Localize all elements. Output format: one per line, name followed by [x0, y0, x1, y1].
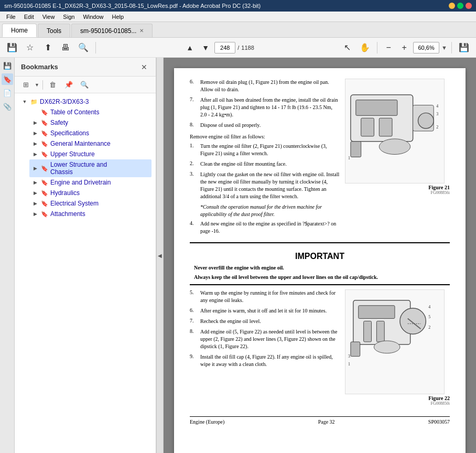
safety-toggle[interactable]: ▶ — [31, 119, 39, 126]
maximize-button[interactable] — [457, 3, 463, 9]
tab-close-icon[interactable]: ✕ — [139, 28, 144, 34]
menu-help[interactable]: Help — [108, 12, 128, 21]
warmup-step-8-num: 8. — [190, 328, 200, 350]
pdf-viewer[interactable]: 6. Remove oil drain plug (1, Figure 21) … — [164, 58, 476, 453]
bookmark-root: ▼ 📁 DX62R-3/DX63-3 ▶ 🔖 Table of Contents… — [15, 95, 156, 220]
electrical-toggle[interactable]: ▶ — [31, 200, 39, 207]
specs-bookmark-icon: 🔖 — [41, 130, 48, 137]
figure-22-code: FG008850i — [345, 401, 450, 406]
zoom-out-button[interactable]: − — [382, 41, 395, 55]
page-number-input[interactable] — [214, 42, 235, 53]
maint-toggle[interactable]: ▶ — [31, 140, 39, 147]
svg-text:4: 4 — [428, 305, 430, 309]
tab-tools[interactable]: Tools — [38, 24, 70, 37]
hand-tool-button[interactable]: ✋ — [357, 40, 373, 55]
rail-bookmarks-icon[interactable]: 🔖 — [2, 73, 13, 85]
root-toggle-icon[interactable]: ▼ — [21, 98, 28, 105]
page-next-button[interactable]: ▼ — [199, 41, 212, 55]
engine-bookmark-icon: 🔖 — [41, 179, 48, 186]
zoom-input[interactable] — [413, 42, 439, 53]
page-prev-button[interactable]: ▲ — [183, 41, 197, 55]
bookmark-item-engine[interactable]: ▶ 🔖 Engine and Drivetrain — [29, 177, 152, 188]
bookmark-item-lower-structure[interactable]: ▶ 🔖 Lower Structure andChassis — [29, 159, 152, 177]
lower-toggle[interactable]: ▶ — [31, 165, 39, 172]
zoom-in-button[interactable]: + — [397, 41, 411, 55]
filter-step-2-num: 2. — [190, 160, 200, 168]
tab-home[interactable]: Home — [2, 24, 37, 37]
bookmark-item-upper-structure[interactable]: ▶ 🔖 Upper Structure — [29, 149, 152, 159]
filter-step-3-num: 3. — [190, 171, 200, 200]
hydraulics-toggle[interactable]: ▶ — [31, 189, 39, 197]
step-8-text: Dispose of used oil properly. — [200, 122, 340, 129]
warmup-step-9: 9. Install the oil fill cap (4, Figure 2… — [190, 353, 340, 368]
bookmark-item-general-maintenance[interactable]: ▶ 🔖 General Maintenance — [29, 138, 152, 149]
rail-pages-icon[interactable]: 📄 — [2, 87, 13, 99]
search-bookmark-button[interactable]: 🔍 — [78, 79, 91, 91]
electrical-bookmark-icon: 🔖 — [41, 200, 48, 207]
expand-dropdown-icon[interactable]: ▼ — [35, 82, 39, 88]
pdf-footer: Engine (Europe) Page 32 SP003057 — [190, 416, 450, 425]
svg-rect-7 — [351, 142, 361, 157]
bookmark-item-safety[interactable]: ▶ 🔖 Safety — [29, 117, 152, 128]
svg-point-2 — [418, 113, 434, 128]
attachments-toggle[interactable]: ▶ — [31, 210, 39, 218]
svg-rect-18 — [376, 321, 384, 342]
safety-bookmark-icon: 🔖 — [41, 120, 48, 126]
delete-bookmark-button[interactable]: 🗑 — [46, 79, 60, 91]
collapse-arrow-icon: ◀ — [158, 253, 162, 258]
section-bottom: 5. Warm up the engine by running it for … — [190, 289, 450, 406]
share-button[interactable]: ⬆ — [40, 40, 56, 55]
menu-sign[interactable]: Sign — [59, 12, 79, 21]
title-bar: sm-950106-01085 E-1_DX62R-3_DX63-3_2015-… — [0, 0, 476, 12]
section-top: 6. Remove oil drain plug (1, Figure 21) … — [190, 79, 450, 238]
root-label: DX62R-3/DX63-3 — [40, 98, 89, 105]
specs-toggle[interactable]: ▶ — [31, 130, 39, 137]
icon-rail: 💾 🔖 📄 📎 — [0, 58, 15, 453]
attachments-label: Attachments — [50, 210, 85, 218]
svg-text:1: 1 — [348, 362, 350, 366]
bookmark-item-toc[interactable]: ▶ 🔖 Table of Contents — [29, 107, 152, 117]
svg-text:3: 3 — [436, 112, 438, 116]
figure-22-col: 4 5 2 1 3 Figure 22 FG008850i — [345, 289, 450, 406]
add-bookmark-button[interactable]: 📌 — [62, 79, 75, 91]
print-button[interactable]: 🖶 — [58, 40, 73, 55]
hydraulics-label: Hydraulics — [50, 189, 80, 197]
engine-toggle[interactable]: ▶ — [31, 179, 39, 186]
sidebar-collapse-handle[interactable]: ◀ — [156, 58, 164, 453]
zoom-controls: − + ▼ — [382, 41, 447, 55]
step-6-text: Remove oil drain plug (1, Figure 21) fro… — [200, 79, 340, 93]
minimize-button[interactable] — [449, 3, 455, 9]
rail-attachments-icon[interactable]: 📎 — [2, 101, 13, 112]
bookmark-item-electrical[interactable]: ▶ 🔖 Electrical System — [29, 198, 152, 209]
expand-all-button[interactable]: ⊞ — [19, 79, 33, 91]
upper-toggle[interactable]: ▶ — [31, 150, 39, 158]
menu-edit[interactable]: Edit — [20, 12, 38, 21]
menu-file[interactable]: File — [2, 12, 20, 21]
menu-view[interactable]: View — [38, 12, 59, 21]
tab-document[interactable]: sm-950106-01085... ✕ — [71, 24, 153, 37]
bookmark-button[interactable]: ☆ — [22, 40, 38, 55]
figure-21-code: FG008856i — [345, 190, 450, 195]
rail-save-icon[interactable]: 💾 — [2, 60, 13, 71]
close-button[interactable] — [466, 3, 472, 9]
search-button[interactable]: 🔍 — [75, 40, 91, 55]
save-right-button[interactable]: 💾 — [456, 40, 472, 55]
window-controls — [449, 3, 472, 9]
warmup-steps-col: 5. Warm up the engine by running it for … — [190, 289, 340, 406]
cursor-tool-button[interactable]: ↖ — [339, 40, 355, 55]
zoom-dropdown-icon[interactable]: ▼ — [441, 45, 447, 51]
bookmark-list: ▼ 📁 DX62R-3/DX63-3 ▶ 🔖 Table of Contents… — [15, 93, 156, 453]
bookmark-root-item[interactable]: ▼ 📁 DX62R-3/DX63-3 — [19, 96, 152, 107]
window-title: sm-950106-01085 E-1_DX62R-3_DX63-3_2015-… — [4, 3, 449, 9]
bookmarks-panel: Bookmarks ✕ ⊞ ▼ 🗑 📌 🔍 ▼ 📁 DX62R-3/DX63-3 — [15, 58, 156, 453]
save-button[interactable]: 💾 — [4, 40, 20, 55]
menu-window[interactable]: Window — [79, 12, 107, 21]
upper-bookmark-icon: 🔖 — [41, 151, 48, 158]
filter-step-4: 4. Add new engine oil to the engine as s… — [190, 220, 340, 235]
warmup-step-7-text: Recheck the engine oil level. — [200, 318, 340, 325]
bookmark-item-specifications[interactable]: ▶ 🔖 Specifications — [29, 128, 152, 138]
sidebar-close-button[interactable]: ✕ — [139, 62, 149, 72]
page-total-label: 1188 — [241, 45, 254, 51]
bookmark-item-attachments[interactable]: ▶ 🔖 Attachments — [29, 209, 152, 219]
bookmark-item-hydraulics[interactable]: ▶ 🔖 Hydraulics — [29, 188, 152, 198]
